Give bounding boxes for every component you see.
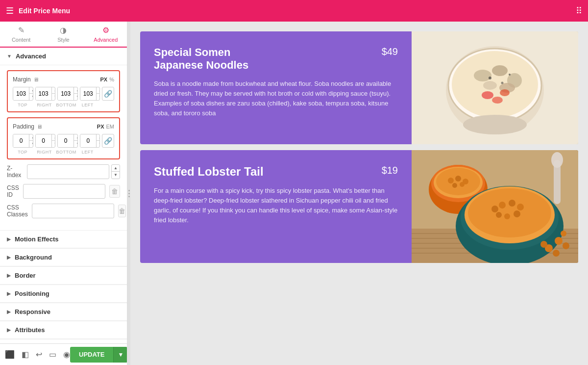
padding-top-arrows[interactable]: ▲ ▼ — [29, 134, 33, 147]
responsive-header[interactable]: ▶ Responsive — [0, 303, 127, 321]
layers-icon[interactable]: ⬛ — [5, 350, 15, 359]
padding-right-up[interactable]: ▲ — [52, 134, 56, 141]
border-header[interactable]: ▶ Border — [0, 267, 127, 285]
padding-bottom-arrows[interactable]: ▲ ▼ — [74, 134, 78, 147]
padding-left-field[interactable]: 0 — [80, 134, 96, 147]
margin-left-down[interactable]: ▼ — [97, 94, 100, 100]
card-2-desc: For a main course with a spicy kick, try… — [154, 186, 398, 226]
padding-bottom-down[interactable]: ▼ — [74, 141, 78, 147]
update-button[interactable]: UPDATE — [70, 347, 113, 363]
margin-link-button[interactable]: 🔗 — [102, 87, 114, 101]
margin-right-down[interactable]: ▼ — [52, 94, 56, 100]
z-index-up[interactable]: ▲ — [112, 165, 120, 172]
margin-right-input[interactable]: 103 ▲ ▼ — [35, 87, 56, 101]
css-id-clear-button[interactable]: 🗑 — [109, 185, 120, 198]
padding-top-up[interactable]: ▲ — [29, 134, 33, 141]
hamburger-icon[interactable]: ☰ — [6, 5, 14, 16]
background-section: ▶ Background — [0, 249, 127, 267]
padding-top-field[interactable]: 0 — [13, 134, 29, 147]
chevron-right-icon-5: ▶ — [7, 309, 11, 314]
margin-left-arrows[interactable]: ▲ ▼ — [96, 87, 100, 100]
margin-bottom-down[interactable]: ▼ — [74, 94, 78, 100]
main-layout: ✎ Content ◑ Style ⚙ Advanced ▼ Advanced — [0, 22, 588, 365]
padding-inputs-row: 0 ▲ ▼ 0 ▲ ▼ — [13, 134, 114, 148]
advanced-section-header[interactable]: ▼ Advanced — [0, 48, 127, 65]
margin-left-field[interactable]: 103 — [80, 87, 96, 100]
margin-left-input[interactable]: 103 ▲ ▼ — [80, 87, 100, 101]
margin-top-down[interactable]: ▼ — [29, 94, 33, 100]
stack-icon[interactable]: ◧ — [22, 350, 29, 359]
margin-bottom-arrows[interactable]: ▲ ▼ — [74, 87, 78, 100]
background-header[interactable]: ▶ Background — [0, 249, 127, 266]
padding-top-label: TOP — [13, 150, 32, 155]
padding-device-icon[interactable]: 🖥 — [37, 124, 42, 130]
padding-left-input[interactable]: 0 ▲ ▼ — [80, 134, 100, 148]
positioning-header[interactable]: ▶ Positioning — [0, 285, 127, 303]
margin-right-label: RIGHT — [34, 103, 54, 107]
padding-unit-em[interactable]: EM — [106, 124, 115, 130]
margin-top-arrows[interactable]: ▲ ▼ — [29, 87, 33, 100]
update-dropdown-button[interactable]: ▼ — [113, 347, 127, 363]
resize-dot — [128, 196, 130, 197]
grid-icon[interactable]: ⠿ — [576, 5, 582, 16]
tab-content[interactable]: ✎ Content — [0, 22, 42, 48]
padding-right-down[interactable]: ▼ — [52, 141, 56, 147]
padding-left-up[interactable]: ▲ — [97, 134, 100, 141]
margin-right-field[interactable]: 103 — [36, 87, 51, 100]
attributes-header[interactable]: ▶ Attributes — [0, 321, 127, 339]
z-index-down[interactable]: ▼ — [112, 172, 120, 179]
margin-right-arrows[interactable]: ▲ ▼ — [51, 87, 56, 100]
margin-top-up[interactable]: ▲ — [29, 87, 33, 94]
padding-bottom-input[interactable]: 0 ▲ ▼ — [57, 134, 78, 148]
padding-left-arrows[interactable]: ▲ ▼ — [96, 134, 100, 147]
canvas: Special Somen Japanese Noodles $49 Soba … — [130, 22, 588, 365]
css-classes-field[interactable] — [32, 204, 114, 218]
padding-left-down[interactable]: ▼ — [97, 141, 100, 147]
eye-icon[interactable]: ◉ — [63, 350, 70, 359]
padding-top-down[interactable]: ▼ — [29, 141, 33, 147]
margin-right-up[interactable]: ▲ — [52, 87, 56, 94]
svg-point-9 — [482, 91, 493, 99]
margin-unit-px[interactable]: PX — [100, 77, 108, 82]
margin-bottom-input[interactable]: 103 ▲ ▼ — [57, 87, 78, 101]
margin-bottom-field[interactable]: 103 — [58, 87, 74, 100]
padding-bottom-up[interactable]: ▲ — [74, 134, 78, 141]
chevron-right-icon-6: ▶ — [7, 327, 11, 333]
margin-bottom-up[interactable]: ▲ — [74, 87, 78, 94]
margin-block: Margin 🖥 PX % 103 ▲ ▼ — [7, 70, 120, 112]
padding-unit-px[interactable]: PX — [97, 124, 104, 130]
padding-left-label: LEFT — [78, 150, 98, 155]
css-id-field[interactable] — [23, 184, 105, 199]
svg-point-14 — [501, 82, 504, 84]
padding-right-field[interactable]: 0 — [36, 134, 51, 147]
margin-top-input[interactable]: 103 ▲ ▼ — [13, 87, 33, 101]
margin-left-up[interactable]: ▲ — [97, 87, 100, 94]
z-index-arrows[interactable]: ▲ ▼ — [111, 164, 120, 179]
chevron-right-icon: ▶ — [7, 236, 11, 242]
tab-style[interactable]: ◑ Style — [42, 22, 84, 48]
padding-label: Padding 🖥 — [13, 123, 42, 130]
padding-right-input[interactable]: 0 ▲ ▼ — [35, 134, 56, 148]
padding-units: PX EM — [97, 124, 114, 130]
background-label: Background — [15, 254, 52, 261]
padding-link-button[interactable]: 🔗 — [102, 134, 114, 148]
device-icon[interactable]: ▭ — [49, 350, 56, 359]
padding-bottom-field[interactable]: 0 — [58, 134, 74, 147]
undo-icon[interactable]: ↩ — [36, 350, 42, 359]
card-2-title: Stuffed Lobster Tail — [154, 165, 281, 179]
padding-top-input[interactable]: 0 ▲ ▼ — [13, 134, 33, 148]
padding-labels: TOP RIGHT BOTTOM LEFT — [13, 150, 114, 155]
svg-point-43 — [496, 212, 502, 218]
margin-unit-percent[interactable]: % — [109, 77, 114, 82]
motion-effects-header[interactable]: ▶ Motion Effects — [0, 231, 127, 248]
margin-device-icon[interactable]: 🖥 — [33, 77, 39, 82]
custom-css-header[interactable]: ▶ Custom CSS — [0, 339, 127, 343]
tab-advanced[interactable]: ⚙ Advanced — [85, 22, 127, 48]
tab-advanced-label: Advanced — [94, 37, 118, 43]
margin-top-field[interactable]: 103 — [13, 87, 29, 100]
padding-right-arrows[interactable]: ▲ ▼ — [51, 134, 56, 147]
margin-top-label: TOP — [13, 103, 32, 107]
z-index-field[interactable] — [27, 164, 109, 179]
css-classes-clear-button[interactable]: 🗑 — [118, 205, 126, 217]
padding-block: Padding 🖥 PX EM 0 ▲ ▼ — [7, 117, 120, 159]
